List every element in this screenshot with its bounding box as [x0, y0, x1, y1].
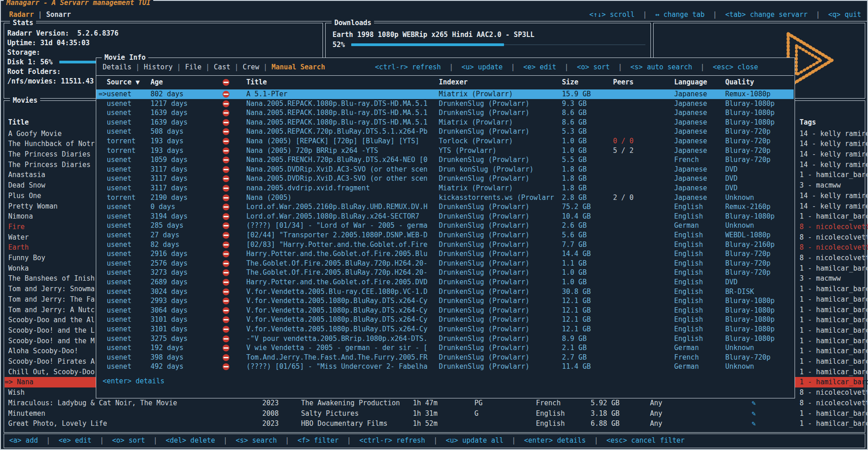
release-indexer[interactable]: DrunkenSlug (Prowlarr) — [439, 230, 530, 240]
release-quality[interactable]: Remux-1080p — [725, 89, 770, 99]
movie-row-tag[interactable]: 14 - kelly ramirez — [800, 160, 868, 170]
release-title[interactable]: Nana (2005) 720p BRRip x264 -YTS — [246, 146, 378, 156]
release-size[interactable]: 9.3 GB — [562, 99, 587, 109]
movie-row-tag[interactable]: 3 - macmww — [800, 273, 841, 284]
release-language[interactable]: English — [674, 268, 703, 277]
release-title[interactable]: nana.2005.dvdrip.xvid.fragment — [246, 183, 370, 193]
release-title[interactable]: Nana.2005.FRENCH.720p.BluRay.DTS.x264-NE… — [246, 155, 427, 165]
release-age[interactable]: 508 days — [151, 127, 183, 136]
release-age[interactable]: 82 days — [151, 240, 179, 250]
release-indexer[interactable]: DrunkenSlug (Prowlarr) — [439, 324, 530, 334]
movie-row-tag[interactable]: 1 - hamilcar_barca — [800, 170, 868, 180]
movie-row-title[interactable]: Scooby-Doo! and the L — [8, 325, 95, 336]
release-language[interactable]: English — [674, 334, 703, 344]
release-title[interactable]: V.for.Vendetta.2005.1080p.BluRay.DTS.x26… — [246, 315, 427, 324]
movie-row-title[interactable]: Scooby-Doo and the Al — [8, 315, 95, 325]
movie-row-studio[interactable]: The Awakening Production — [301, 398, 400, 408]
release-indexer[interactable]: DrunkenSlug (Prowlarr) — [439, 353, 530, 362]
release-age[interactable]: 3117 days — [151, 165, 187, 174]
release-quality[interactable]: DVD — [725, 277, 738, 287]
movie-row-tag[interactable]: 14 - kelly ramirez — [800, 191, 868, 201]
movie-row-title[interactable]: Tom and Jerry: Snowma — [8, 284, 95, 294]
release-indexer[interactable]: DrunkenSlug (Prowlarr) — [439, 268, 530, 277]
release-age[interactable]: 3275 days — [151, 334, 187, 344]
release-size[interactable]: 1.8 GB — [562, 174, 587, 183]
movie-row-studio[interactable]: Salty Pictures — [301, 408, 359, 419]
movie-row-runtime[interactable]: 1h 52m — [413, 419, 437, 429]
release-age[interactable]: 192 days — [151, 343, 183, 353]
movie-row-tag[interactable]: 14 - kelly ramirez — [800, 201, 868, 212]
release-title[interactable]: Nana (2005) [REPACK] [720p] [BluRay] [YT… — [246, 136, 419, 146]
release-indexer[interactable]: DrunkenSlug (Prowlarr) — [439, 259, 530, 268]
release-quality[interactable]: BR-DISK — [725, 287, 754, 297]
movie-row-title[interactable]: Wish — [8, 387, 25, 398]
movie-row-size[interactable]: 3.18 GB — [591, 408, 619, 419]
release-source[interactable]: usenet — [107, 343, 131, 353]
release-size[interactable]: 1.1 GB — [562, 259, 587, 268]
release-title[interactable]: [02/44] "Transporter 2.2005.1080P.DSNP.W… — [246, 230, 427, 240]
release-age[interactable]: 193 days — [151, 146, 183, 156]
release-indexer[interactable]: DrunkenSlug (Prowlarr) — [439, 334, 530, 344]
release-size[interactable]: 12.1 GB — [562, 315, 591, 324]
release-size[interactable]: 5.5 GB — [562, 155, 587, 165]
release-peers[interactable]: 2 / 0 — [613, 193, 634, 203]
tab-history[interactable]: History — [144, 63, 172, 71]
tab-cast[interactable]: Cast — [214, 63, 230, 71]
release-indexer[interactable]: DrunkenSlug (Prowlarr) — [439, 212, 530, 221]
release-quality[interactable]: Unknown — [725, 362, 754, 372]
movie-row-tag[interactable]: 1 - hamilcar_barca — [800, 377, 868, 387]
release-size[interactable]: 8.6 GB — [562, 108, 587, 118]
movie-row-title[interactable]: Scooby-Doo! and the M — [8, 336, 95, 346]
release-title[interactable]: A 5.1-PTer — [246, 89, 287, 99]
release-size[interactable]: 1.8 GB — [562, 183, 587, 193]
release-indexer[interactable]: kickasstorrents.ws (Prowlarr — [439, 193, 554, 203]
release-size[interactable]: 1.0 GB — [562, 268, 587, 277]
release-quality[interactable]: Unknown — [725, 221, 754, 230]
release-language[interactable]: English — [674, 240, 703, 250]
release-source[interactable]: usenet — [107, 268, 131, 277]
release-age[interactable]: 2993 days — [151, 296, 187, 306]
release-indexer[interactable]: DrunkenSlug (Prowlarr) — [439, 362, 530, 372]
release-title[interactable]: Tom.And.Jerry.The.Fast.And.The.Furry.200… — [246, 353, 427, 362]
release-size[interactable]: 75.2 GB — [562, 202, 591, 212]
release-age[interactable]: 2689 days — [151, 277, 187, 287]
release-indexer[interactable]: Miatrix (Prowlarr) — [439, 89, 513, 99]
release-size[interactable]: 1.8 GB — [562, 165, 587, 174]
release-language[interactable]: English — [674, 296, 703, 306]
release-source[interactable]: usenet — [107, 306, 131, 315]
release-size[interactable]: 10.4 GB — [562, 212, 591, 221]
movie-row-title[interactable]: Chill Out, Scooby-Doo — [8, 367, 95, 377]
movie-row-language[interactable]: French — [536, 398, 561, 408]
movie-row-tag[interactable]: 1 - hamilcar_barca — [800, 356, 868, 367]
movie-row-tag[interactable]: 3 - macmww — [800, 180, 841, 191]
movie-row-tag[interactable]: 8 - nicolecolvett — [800, 242, 868, 253]
release-age[interactable]: 3024 days — [151, 287, 187, 297]
movie-row-title[interactable]: The Hunchback of Notr — [8, 139, 95, 149]
release-size[interactable]: 2.1 GB — [562, 343, 587, 353]
release-source[interactable]: usenet — [107, 259, 131, 268]
movie-row-tag[interactable]: 1 - hamilcar_barca — [800, 305, 868, 315]
movie-row-tag[interactable]: 1 - hamilcar_barca — [800, 263, 868, 274]
movie-row-year[interactable]: 2023 — [262, 419, 279, 429]
release-age[interactable]: 492 days — [151, 362, 183, 372]
release-size[interactable]: 1.0 GB — [562, 146, 587, 156]
release-language[interactable]: Japanese — [674, 146, 707, 156]
release-indexer[interactable]: DrunkenSlug (Prowlarr) — [439, 277, 530, 287]
movie-row-language[interactable]: English — [536, 408, 565, 419]
release-source[interactable]: usenet — [107, 362, 131, 372]
release-indexer[interactable]: DrunkenSlug (Prowlarr) — [439, 315, 530, 324]
release-indexer[interactable]: Miatrix (Prowlarr) — [439, 118, 513, 127]
release-indexer[interactable]: DrunkenSlug (Prowlarr) — [439, 202, 530, 212]
release-age[interactable]: 1639 days — [151, 118, 187, 127]
tab-sonarr[interactable]: Sonarr — [46, 10, 71, 19]
movie-row-tag[interactable]: 8 - nicolecolvett — [800, 232, 868, 243]
movie-row-tag[interactable]: 8 - nicolecolvett — [800, 253, 868, 263]
release-source[interactable]: usenet — [107, 334, 131, 344]
release-source[interactable]: usenet — [107, 127, 131, 136]
modal-col-source[interactable]: Source ▼ — [107, 78, 140, 87]
movie-row-tag[interactable]: 1 - hamilcar_barca — [800, 211, 868, 222]
release-title[interactable]: V.for.Vendetta.2005.1080p.BluRay.DTS.x26… — [246, 306, 427, 315]
movie-row-title[interactable]: Aloha Scooby-Doo! — [8, 346, 78, 356]
release-peers[interactable]: 0 / 0 — [613, 136, 634, 146]
release-indexer[interactable]: DrunkenSlug (Prowlarr) — [439, 108, 530, 118]
